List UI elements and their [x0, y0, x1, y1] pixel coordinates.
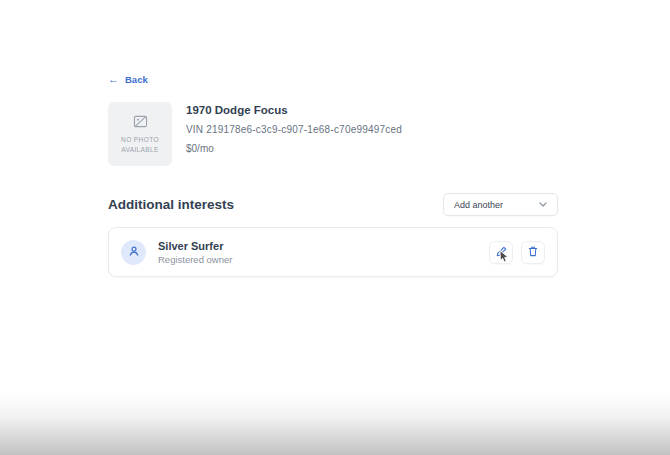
vehicle-price: $0/mo [186, 143, 402, 154]
interests-heading: Additional interests [108, 197, 234, 212]
vehicle-photo-placeholder: NO PHOTO AVAILABLE [108, 102, 172, 166]
interest-text: Silver Surfer Registered owner [158, 240, 489, 265]
back-label: Back [125, 74, 148, 85]
page: ← Back NO PHOTO AVAILABLE 1970 D [0, 0, 670, 455]
avatar [121, 240, 146, 265]
add-another-dropdown[interactable]: Add another [443, 193, 558, 216]
trash-icon [528, 243, 538, 261]
delete-interest-button[interactable] [521, 241, 545, 264]
edit-interest-button[interactable] [489, 241, 513, 264]
interest-actions [489, 241, 545, 264]
interests-header: Additional interests Add another [108, 193, 558, 216]
vehicle-title: 1970 Dodge Focus [186, 104, 402, 116]
pencil-icon [496, 243, 507, 261]
interest-name: Silver Surfer [158, 240, 489, 252]
person-icon [128, 243, 140, 261]
back-button[interactable]: ← Back [108, 74, 148, 85]
bottom-gradient [0, 393, 670, 455]
vehicle-info: 1970 Dodge Focus VIN 219178e6-c3c9-c907-… [186, 102, 402, 166]
interest-role: Registered owner [158, 254, 489, 265]
back-arrow-icon: ← [108, 74, 119, 85]
no-photo-icon [133, 114, 148, 132]
no-photo-text: NO PHOTO AVAILABLE [121, 135, 159, 155]
vehicle-vin: VIN 219178e6-c3c9-c907-1e68-c70e99497ced [186, 124, 402, 135]
add-another-label: Add another [454, 200, 503, 210]
vehicle-summary: NO PHOTO AVAILABLE 1970 Dodge Focus VIN … [108, 102, 402, 166]
interest-list-item: Silver Surfer Registered owner [108, 227, 558, 277]
chevron-down-icon [539, 202, 547, 207]
